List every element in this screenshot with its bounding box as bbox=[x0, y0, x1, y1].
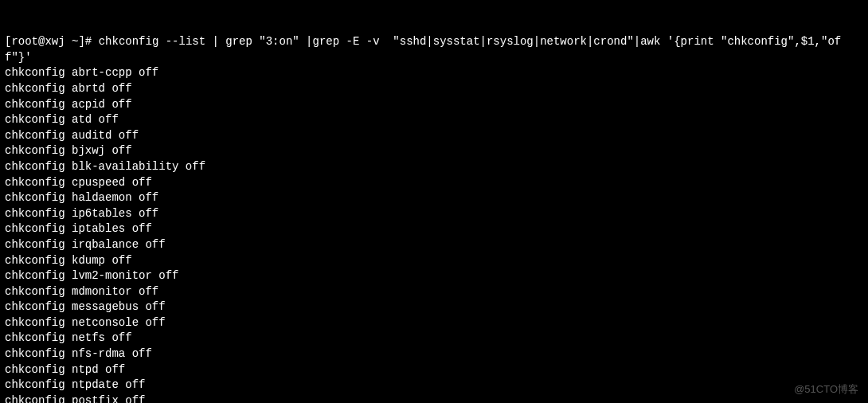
output-line: chkconfig mdmonitor off bbox=[5, 284, 863, 300]
output-line: chkconfig ntpd off bbox=[5, 362, 863, 378]
terminal-output: [root@xwj ~]# chkconfig --list | grep "3… bbox=[5, 3, 863, 403]
command-text: chkconfig --list | grep "3:on" |grep -E … bbox=[5, 35, 841, 64]
output-line: chkconfig cpuspeed off bbox=[5, 175, 863, 191]
prompt-symbol: # bbox=[85, 35, 92, 48]
prompt-host: xwj bbox=[45, 35, 65, 48]
output-line: chkconfig iptables off bbox=[5, 221, 863, 237]
output-line: chkconfig ip6tables off bbox=[5, 206, 863, 222]
output-line: chkconfig messagebus off bbox=[5, 299, 863, 315]
command-prompt-line: [root@xwj ~]# chkconfig --list | grep "3… bbox=[5, 34, 863, 65]
prompt-user: root bbox=[11, 35, 38, 48]
output-line: chkconfig lvm2-monitor off bbox=[5, 268, 863, 284]
prompt-suffix: ] bbox=[78, 35, 84, 48]
output-line: chkconfig kdump off bbox=[5, 253, 863, 269]
output-line: chkconfig auditd off bbox=[5, 128, 863, 144]
output-line: chkconfig blk-availability off bbox=[5, 159, 863, 175]
output-line: chkconfig ntpdate off bbox=[5, 378, 863, 393]
output-line: chkconfig atd off bbox=[5, 112, 863, 128]
output-line: chkconfig bjxwj off bbox=[5, 143, 863, 159]
output-line: chkconfig abrt-ccpp off bbox=[5, 65, 863, 81]
output-line: chkconfig nfs-rdma off bbox=[5, 346, 863, 362]
output-line: chkconfig irqbalance off bbox=[5, 237, 863, 253]
output-line: chkconfig netconsole off bbox=[5, 315, 863, 331]
output-line: chkconfig postfix off bbox=[5, 393, 863, 403]
output-line: chkconfig haldaemon off bbox=[5, 190, 863, 206]
watermark-text: @51CTO博客 bbox=[794, 382, 858, 397]
output-line: chkconfig abrtd off bbox=[5, 81, 863, 97]
output-line: chkconfig acpid off bbox=[5, 97, 863, 113]
output-line: chkconfig netfs off bbox=[5, 331, 863, 346]
